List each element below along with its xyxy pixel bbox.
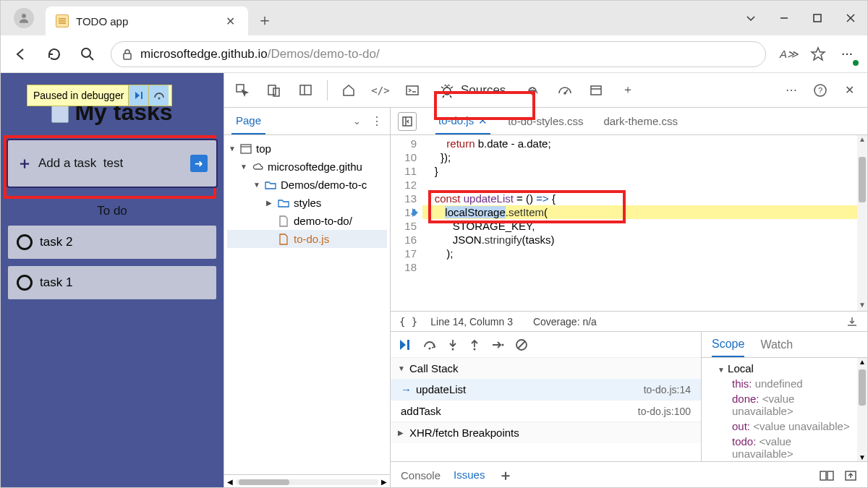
code-lines[interactable]: return b.date - a.date; }); } const upda… [422, 135, 857, 311]
lock-icon [122, 48, 133, 60]
svg-rect-23 [241, 145, 251, 153]
scope-scrollbar[interactable]: ▲ ▼ [857, 358, 867, 461]
favorite-icon[interactable] [808, 44, 828, 64]
browser-tab[interactable]: TODO app ✕ [46, 7, 248, 35]
minimize-button[interactable] [767, 5, 801, 31]
svg-rect-11 [268, 85, 276, 95]
xhr-breakpoints-header[interactable]: ▶XHR/fetch Breakpoints [391, 422, 701, 443]
paused-in-debugger-pill: Paused in debugger [27, 85, 172, 106]
help-icon[interactable]: ? [809, 80, 831, 101]
device-emulation-icon[interactable] [263, 80, 285, 101]
address-bar[interactable]: microsoftedge.github.io/Demos/demo-to-do… [111, 41, 766, 67]
folder-icon [278, 197, 289, 209]
task-checkbox[interactable] [17, 234, 33, 250]
svg-point-16 [443, 87, 451, 95]
scope-tab[interactable]: Scope [712, 332, 744, 357]
file-tab-todo-js[interactable]: to-do.js✕ [435, 108, 490, 134]
file-tab-styles[interactable]: to-do-styles.css [505, 108, 586, 134]
close-tab-button[interactable]: ✕ [223, 12, 238, 31]
collapse-drawer-icon[interactable] [844, 470, 857, 481]
url-host: microsoftedge.github.io [140, 47, 268, 61]
window-controls [734, 5, 867, 31]
welcome-tab-icon[interactable] [338, 80, 359, 101]
search-icon[interactable] [77, 44, 98, 64]
chevron-down-icon[interactable] [734, 5, 767, 31]
console-tab-icon[interactable] [401, 80, 423, 101]
clipboard-icon [56, 14, 69, 27]
step-over-button[interactable] [148, 85, 169, 106]
menu-button[interactable]: ⋯ [837, 44, 857, 64]
line-gutter[interactable]: 9101112131415161718 [391, 135, 422, 311]
submit-task-button[interactable]: ➜ [190, 155, 208, 172]
call-stack-frame[interactable]: updateListto-do.js:14 [391, 379, 701, 401]
application-tab-icon[interactable] [585, 80, 607, 101]
file-icon [278, 234, 289, 245]
call-stack-header[interactable]: ▼Call Stack [391, 358, 701, 379]
issues-drawer-tab[interactable]: Issues [454, 462, 485, 488]
performance-tab-icon[interactable] [553, 80, 575, 101]
maximize-button[interactable] [801, 5, 834, 31]
resume-icon[interactable] [398, 338, 412, 351]
network-tab-icon[interactable] [522, 80, 543, 101]
folder-icon [265, 179, 276, 191]
task-row[interactable]: task 2 [8, 226, 216, 259]
horizontal-scrollbar[interactable]: ◀ ▶ [224, 474, 390, 488]
read-aloud-icon[interactable]: A≫ [779, 44, 799, 64]
task-checkbox[interactable] [17, 275, 33, 291]
svg-rect-35 [827, 471, 833, 480]
svg-point-5 [82, 48, 90, 57]
new-tab-button[interactable]: ＋ [252, 9, 277, 31]
svg-rect-7 [124, 53, 131, 59]
vertical-scrollbar[interactable]: ▲ ▼ [857, 135, 867, 311]
chevron-down-icon[interactable]: ⌄ [353, 116, 361, 127]
svg-line-33 [518, 341, 525, 348]
close-devtools-button[interactable]: ✕ [838, 80, 860, 101]
page-subtab[interactable]: Page [231, 108, 265, 134]
more-tools-icon[interactable]: ⋯ [780, 80, 802, 101]
svg-point-28 [429, 347, 431, 349]
scope-tree[interactable]: ▼ Local this: undefined done: <value una… [702, 358, 857, 461]
step-over-icon[interactable] [422, 338, 437, 351]
svg-point-29 [452, 348, 454, 350]
call-stack-frame[interactable]: addTaskto-do.js:100 [391, 401, 701, 422]
page-preview: Paused in debugger My tasks ＋ Add a task… [1, 73, 224, 488]
refresh-button[interactable] [44, 44, 64, 64]
task-row[interactable]: task 1 [8, 266, 216, 299]
step-into-icon[interactable] [447, 338, 459, 351]
svg-point-31 [502, 343, 504, 346]
toggle-navigator-button[interactable] [398, 112, 417, 131]
svg-rect-15 [407, 86, 418, 95]
profile-avatar[interactable] [14, 8, 34, 28]
close-window-button[interactable] [834, 5, 867, 31]
download-icon[interactable] [846, 316, 859, 328]
watch-tab[interactable]: Watch [760, 332, 793, 357]
editor-status-bar: { } Line 14, Column 3 Coverage: n/a [391, 311, 867, 331]
back-button[interactable] [11, 44, 31, 64]
tab-title: TODO app [76, 15, 216, 27]
url-toolbar: microsoftedge.github.io/Demos/demo-to-do… [1, 35, 867, 73]
step-icon[interactable] [490, 338, 505, 351]
add-drawer-tab-button[interactable]: ＋ [498, 468, 514, 484]
inspect-element-icon[interactable] [231, 80, 253, 101]
open-file-tabs: to-do.js✕ to-do-styles.css dark-theme.cs… [391, 108, 867, 135]
deactivate-breakpoints-icon[interactable] [515, 338, 528, 351]
more-tabs-button[interactable]: ＋ [617, 80, 639, 101]
step-out-icon[interactable] [469, 338, 480, 351]
kebab-menu-icon[interactable]: ⋮ [371, 114, 383, 128]
braces-icon[interactable]: { } [399, 316, 417, 328]
dock-side-icon[interactable] [295, 80, 317, 101]
coverage-status: Coverage: n/a [533, 316, 597, 328]
expand-drawer-icon[interactable] [820, 470, 834, 481]
resume-button[interactable] [128, 85, 148, 106]
close-icon[interactable]: ✕ [478, 114, 488, 127]
console-drawer-tab[interactable]: Console [401, 462, 441, 488]
file-tree[interactable]: ▼top ▼microsoftedge.githu ▼Demos/demo-to… [224, 135, 390, 474]
elements-tab-icon[interactable]: </> [370, 80, 391, 101]
svg-point-17 [532, 93, 534, 95]
sources-tab[interactable]: Sources [433, 73, 511, 107]
svg-point-30 [474, 348, 476, 350]
code-editor-panel: to-do.js✕ to-do-styles.css dark-theme.cs… [391, 108, 867, 488]
add-task-card[interactable]: ＋ Add a task test ➜ [7, 139, 218, 188]
file-tab-dark-theme[interactable]: dark-theme.css [600, 108, 681, 134]
svg-point-9 [158, 98, 160, 100]
